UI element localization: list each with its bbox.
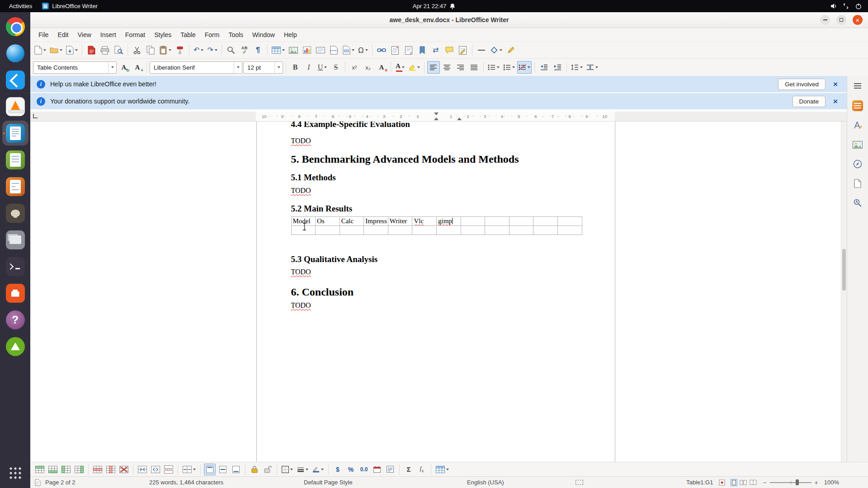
scrollbar-thumb[interactable] bbox=[842, 249, 846, 291]
font-size-combo[interactable]: 12 pt bbox=[243, 61, 283, 74]
sidebar-settings-button[interactable] bbox=[851, 80, 864, 92]
insert-row-below-button[interactable] bbox=[47, 464, 59, 475]
track-changes-button[interactable] bbox=[457, 44, 469, 56]
optimize-size-button[interactable] bbox=[181, 464, 197, 475]
table-cell[interactable] bbox=[509, 225, 533, 235]
table-cell[interactable]: Calc bbox=[340, 216, 364, 225]
delete-table-button[interactable] bbox=[118, 464, 130, 475]
dock-item-vlc[interactable] bbox=[2, 94, 28, 119]
insert-page-break-button[interactable] bbox=[328, 44, 340, 56]
center-vertically-button[interactable] bbox=[217, 464, 229, 475]
insert-chart-button[interactable] bbox=[301, 44, 313, 56]
right-indent-marker[interactable] bbox=[457, 117, 462, 120]
insert-row-above-button[interactable] bbox=[34, 464, 46, 475]
insert-footnote-button[interactable] bbox=[389, 44, 401, 56]
document-table[interactable]: Model Os Calc Impress Writer Vlc gimp bbox=[291, 216, 582, 235]
dock-item-ubuntu-software[interactable] bbox=[2, 281, 28, 305]
unprotect-cells-button[interactable] bbox=[262, 464, 274, 475]
align-center-button[interactable] bbox=[441, 61, 453, 74]
menu-view[interactable]: View bbox=[73, 29, 96, 40]
table-cell-with-caret[interactable]: gimp bbox=[436, 216, 461, 225]
heading-6[interactable]: 6. Conclusion bbox=[291, 286, 580, 299]
decrease-indent-button[interactable] bbox=[538, 61, 550, 74]
number-format-dialog-button[interactable] bbox=[384, 464, 396, 475]
font-size-dropdown[interactable] bbox=[274, 62, 283, 73]
merge-cells-button[interactable] bbox=[137, 464, 148, 475]
multi-page-view-button[interactable] bbox=[740, 479, 747, 486]
menu-tools[interactable]: Tools bbox=[224, 29, 248, 40]
delete-column-button[interactable] bbox=[105, 464, 117, 475]
paragraph-spacing-button[interactable] bbox=[585, 61, 599, 74]
zoom-level-status[interactable]: 100% bbox=[824, 479, 839, 486]
subscript-button[interactable]: x₂ bbox=[362, 61, 374, 74]
insert-table-button[interactable] bbox=[270, 44, 286, 56]
paragraph-todo-3[interactable]: TODO bbox=[291, 267, 580, 277]
bold-button[interactable]: B bbox=[289, 61, 302, 74]
table-cell[interactable] bbox=[509, 216, 533, 225]
new-style-button[interactable]: A+ bbox=[131, 61, 144, 74]
horizontal-ruler[interactable]: 10987654321 12345678910 bbox=[30, 112, 847, 122]
table-cell[interactable] bbox=[364, 225, 388, 235]
insert-field-button[interactable] bbox=[341, 44, 356, 56]
increase-indent-button[interactable] bbox=[551, 61, 564, 74]
align-right-button[interactable] bbox=[454, 61, 467, 74]
paragraph-style-dropdown[interactable] bbox=[108, 62, 116, 73]
get-involved-button[interactable]: Get involved bbox=[778, 79, 826, 90]
table-cell[interactable]: Writer bbox=[388, 216, 412, 225]
update-style-button[interactable]: A↻ bbox=[118, 61, 130, 74]
font-color-button[interactable]: A bbox=[394, 61, 406, 74]
table-cell[interactable]: Model bbox=[291, 216, 316, 225]
close-infobar-button[interactable]: × bbox=[830, 98, 840, 105]
zoom-slider[interactable]: − + bbox=[763, 479, 818, 486]
table-cell[interactable] bbox=[485, 216, 509, 225]
clone-formatting-button[interactable] bbox=[174, 44, 186, 56]
table-cell[interactable] bbox=[461, 225, 485, 235]
border-color-button[interactable] bbox=[311, 464, 325, 475]
system-tray[interactable] bbox=[830, 3, 868, 9]
basic-shapes-button[interactable] bbox=[489, 44, 504, 56]
align-top-button[interactable] bbox=[204, 464, 216, 475]
print-preview-button[interactable] bbox=[112, 44, 125, 56]
superscript-button[interactable]: x² bbox=[348, 61, 361, 74]
sidebar-styles-button[interactable] bbox=[851, 119, 864, 131]
left-indent-marker[interactable] bbox=[434, 117, 439, 120]
table-cell[interactable] bbox=[412, 225, 437, 235]
line-spacing-button[interactable] bbox=[570, 61, 584, 74]
sidebar-navigator-button[interactable] bbox=[851, 158, 864, 170]
book-view-button[interactable] bbox=[750, 479, 757, 486]
borders-button[interactable] bbox=[280, 464, 294, 475]
table-cell[interactable] bbox=[485, 225, 509, 235]
dock-item-libreoffice-impress[interactable] bbox=[2, 174, 28, 199]
table-cell[interactable] bbox=[533, 225, 558, 235]
menu-format[interactable]: Format bbox=[121, 29, 150, 40]
insert-column-before-button[interactable] bbox=[60, 464, 72, 475]
close-window-button[interactable]: × bbox=[853, 15, 863, 25]
insert-comment-button[interactable] bbox=[443, 44, 456, 56]
zoom-in-icon[interactable]: + bbox=[815, 479, 818, 486]
insert-horizontal-line-button[interactable] bbox=[475, 44, 488, 56]
donate-button[interactable]: Donate bbox=[793, 96, 826, 107]
table-cell[interactable] bbox=[557, 225, 582, 235]
font-name-combo[interactable]: Liberation Serif bbox=[150, 61, 242, 74]
dock-item-vscode[interactable] bbox=[2, 67, 28, 92]
new-document-button[interactable] bbox=[33, 44, 47, 56]
table-cell[interactable] bbox=[533, 216, 558, 225]
window-titlebar[interactable]: awe_desk_env.docx - LibreOffice Writer × bbox=[30, 12, 868, 28]
clear-formatting-button[interactable]: A× bbox=[375, 61, 388, 74]
border-style-button[interactable] bbox=[296, 464, 310, 475]
italic-button[interactable]: I bbox=[302, 61, 315, 74]
sidebar-gallery-button[interactable] bbox=[851, 139, 864, 150]
menu-styles[interactable]: Styles bbox=[150, 29, 176, 40]
menu-file[interactable]: File bbox=[34, 29, 53, 40]
zoom-track[interactable] bbox=[770, 482, 811, 483]
selection-mode-status[interactable] bbox=[576, 477, 583, 488]
heading-4-4[interactable]: 4.4 Example-Specific Evaluation bbox=[291, 122, 580, 129]
first-line-indent-marker[interactable] bbox=[434, 113, 439, 115]
highlight-color-button[interactable] bbox=[407, 61, 421, 74]
protect-cells-button[interactable] bbox=[249, 464, 260, 475]
vertical-scrollbar[interactable] bbox=[841, 122, 847, 462]
table-cell[interactable]: Vlc bbox=[412, 216, 437, 225]
decimal-format-button[interactable]: 0.0 bbox=[358, 464, 370, 475]
print-button[interactable] bbox=[99, 44, 111, 56]
save-button[interactable] bbox=[65, 44, 79, 56]
